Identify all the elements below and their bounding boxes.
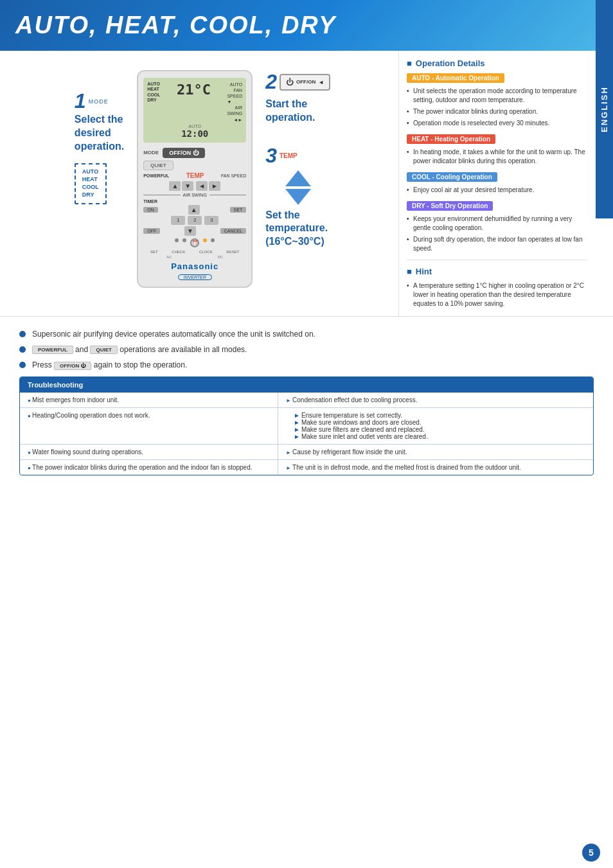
step2-text: Start the operation. (265, 98, 330, 125)
inverter-label: INVERTER (178, 274, 212, 280)
heat-list: In heating mode, it takes a while for th… (407, 148, 587, 166)
right-panel: Operation Details AUTO - Automatic Opera… (398, 51, 598, 316)
cause-2-3: Make sure filters are cleaned and replac… (294, 426, 585, 433)
temp-label: TEMP (186, 172, 204, 179)
hint-text: A temperature setting 1°C higher in cool… (413, 282, 584, 307)
dot1 (175, 238, 179, 242)
heat-badge: HEAT - Heating Operation (407, 134, 495, 144)
quiet-btn-inline: QUIET (90, 346, 117, 354)
cause-3: Cause by refrigerant flow inside the uni… (278, 444, 593, 459)
cause-4: The unit is in defrost mode, and the mel… (278, 459, 593, 475)
heat-section: HEAT - Heating Operation In heating mode… (407, 134, 587, 166)
offon-mode-button[interactable]: OFF/ON ⏻ (163, 148, 205, 158)
temp-down-btn[interactable] (285, 189, 311, 205)
dry-section: DRY - Soft Dry Operation Keeps your envi… (407, 201, 587, 253)
step2-number: 2 (265, 70, 277, 94)
bullet-item-1: Supersonic air purifying device operates… (19, 330, 594, 339)
auto-badge: AUTO - Automatic Operation (407, 73, 504, 83)
table-row: Mist emerges from indoor unit. Condensat… (20, 393, 593, 408)
rc-label: RC (218, 255, 224, 259)
troubleshooting-table: Troubleshooting Mist emerges from indoor… (19, 376, 594, 475)
symptom-3: Water flowing sound during operations. (20, 444, 278, 459)
number-row: 1 2 3 (143, 216, 246, 225)
remote-area: 1 MODE Select the desired operation. AUT… (19, 70, 386, 288)
dry-item-2: During soft dry operation, the indoor fa… (407, 235, 587, 253)
temp-up-btn[interactable] (285, 170, 311, 186)
num3-btn[interactable]: 3 (204, 216, 218, 225)
auto-item-3: Operation mode is reselected every 30 mi… (407, 119, 587, 128)
left-arrow-btn[interactable]: ◄ (196, 181, 208, 191)
down-arrow-timer[interactable]: ▼ (184, 226, 196, 236)
cool-badge: COOL - Cooling Operation (407, 172, 497, 182)
air-swing-row: AIR SWING (143, 193, 246, 197)
step1-number: 1 (75, 89, 86, 113)
cool-list: Enjoy cool air at your desired temperatu… (407, 186, 587, 195)
panasonic-logo: Panasonic (143, 261, 246, 271)
down-arrow-btn-left[interactable]: ▼ (182, 181, 193, 191)
mode-list-box: AUTO HEAT COOL DRY (75, 163, 107, 204)
offon-btn-inline: OFF/ON ⏻ (54, 362, 91, 370)
bottom-section: Supersonic air purifying device operates… (0, 316, 613, 488)
remote-display: AUTO HEAT COOL DRY 21°C AUTO FAN SPEED (143, 78, 246, 143)
check-text-label: CHECK (172, 250, 185, 254)
set-btn[interactable]: SET (230, 207, 247, 213)
step3-number: 3 (265, 144, 277, 168)
num2-btn[interactable]: 2 (188, 216, 202, 225)
causes-2: Ensure temperature is set correctly. Mak… (278, 407, 593, 444)
set-text-label: SET (150, 250, 158, 254)
symptom-4: The power indicator blinks during the op… (20, 459, 278, 475)
dot2 (182, 238, 186, 242)
cause-2-4: Make sure inlet and outlet vents are cle… (294, 433, 585, 440)
bullet-list: Supersonic air purifying device operates… (19, 330, 594, 370)
step2-offon-btn[interactable]: ⏻ OFF/ON ◄ (280, 74, 330, 91)
mode-labels: AUTO HEAT COOL DRY (147, 82, 160, 103)
timer-on-btn[interactable]: ON (143, 207, 158, 213)
auto-section: AUTO - Automatic Operation Unit selects … (407, 73, 587, 128)
cool-section: COOL - Cooling Operation Enjoy cool air … (407, 172, 587, 195)
dry-badge: DRY - Soft Dry Operation (407, 201, 493, 211)
dry-item-1: Keeps your environment dehumidified by r… (407, 215, 587, 233)
operation-details-header: Operation Details (407, 58, 587, 68)
main-content: 1 MODE Select the desired operation. AUT… (0, 51, 613, 316)
step2-block: 2 ⏻ OFF/ON ◄ Start the operation. (265, 70, 330, 125)
clock-text-label: CLOCK (199, 250, 213, 254)
reset-text-label: RESET (226, 250, 239, 254)
cool-item-1: Enjoy cool air at your desired temperatu… (407, 186, 587, 195)
cause-2-2: Make sure windows and doors are closed. (294, 419, 585, 426)
cancel-btn[interactable]: CANCEL (220, 228, 246, 234)
dot4 (211, 238, 215, 242)
table-row: Heating/Cooling operation does not work.… (20, 407, 593, 444)
dry-list: Keeps your environment dehumidified by r… (407, 215, 587, 253)
steps-right: 2 ⏻ OFF/ON ◄ Start the operation. (265, 70, 330, 249)
quiet-button[interactable]: QUIET (143, 161, 173, 170)
trouble-data-table: Mist emerges from indoor unit. Condensat… (20, 393, 593, 475)
table-row: Water flowing sound during operations. C… (20, 444, 593, 459)
right-arrow-btn[interactable]: ► (209, 181, 220, 191)
timer-off-btn[interactable]: OFF (143, 228, 160, 234)
hint-header: Hint (407, 267, 587, 276)
remote-labels-row: SET CHECK CLOCK RESET (143, 250, 246, 254)
step1-label: MODE (89, 98, 109, 105)
auto-item-2: The power indicator blinks during operat… (407, 107, 587, 116)
bullet-circle-2 (19, 346, 26, 353)
heat-item-1: In heating mode, it takes a while for th… (407, 148, 587, 166)
num1-btn[interactable]: 1 (171, 216, 185, 225)
auto-item-1: Unit selects the operation mode accordin… (407, 87, 587, 105)
bullet-circle-3 (19, 362, 26, 368)
step3-block: 3 TEMP Set the temperature. (16°C~30°C) (265, 144, 330, 249)
timer-label: TIMER (143, 199, 157, 204)
up-arrow-timer[interactable]: ▲ (188, 205, 200, 215)
air-swing-label: AIR SWING (183, 193, 207, 197)
bullet-item-3: Press OFF/ON ⏻ again to stop the operati… (19, 360, 594, 369)
right-labels: AUTO FAN SPEED ▼ AIR SWING ◄► (227, 82, 242, 123)
ac-rc-row: AC RC (143, 255, 246, 259)
hint-list: • A temperature setting 1°C higher in co… (407, 281, 587, 308)
bullet-item-2: POWERFUL and QUIET operations are availa… (19, 345, 594, 354)
timer-row: TIMER (143, 199, 246, 204)
step3-temp-label: TEMP (280, 152, 298, 159)
up-arrow-btn[interactable]: ▲ (169, 181, 181, 191)
step1-block: 1 MODE Select the desired operation. (75, 89, 124, 153)
cause-2-1: Ensure temperature is set correctly. (294, 412, 585, 419)
powerful-btn-inline: POWERFUL (32, 346, 73, 354)
auto-list: Unit selects the operation mode accordin… (407, 87, 587, 128)
